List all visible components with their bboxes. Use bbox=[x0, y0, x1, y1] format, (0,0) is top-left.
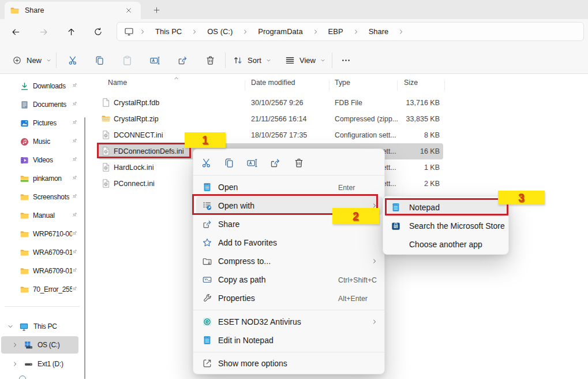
new-button-label: New bbox=[27, 56, 42, 65]
view-icon bbox=[284, 55, 295, 66]
cut-button[interactable] bbox=[62, 50, 84, 71]
pin-icon bbox=[69, 210, 79, 220]
sidebar-item-70-error[interactable]: 70_Error_255 bbox=[2, 280, 83, 299]
share-button[interactable] bbox=[171, 50, 193, 71]
column-header-size[interactable]: Size bbox=[404, 79, 418, 87]
menu-cut-button[interactable] bbox=[196, 153, 217, 173]
sort-button[interactable]: Sort bbox=[230, 50, 276, 71]
folder-green-icon bbox=[20, 174, 29, 184]
column-header-date[interactable]: Date modified bbox=[251, 79, 295, 87]
menu-item-show-more-options[interactable]: Show more options bbox=[196, 354, 383, 373]
network-icon bbox=[19, 376, 26, 379]
menu-item-shortcut: Alt+Enter bbox=[338, 295, 368, 303]
file-row-crystalrpt-zip[interactable]: CrystalRpt.zip 21/11/2566 16:14 Compress… bbox=[94, 111, 463, 127]
new-button[interactable]: New bbox=[8, 50, 57, 71]
delete-button[interactable] bbox=[199, 50, 221, 71]
column-header-type[interactable]: Type bbox=[335, 79, 350, 87]
title-bar: Share bbox=[0, 0, 588, 19]
menu-rename-button[interactable] bbox=[242, 153, 263, 173]
sidebar-item-ext1-d[interactable]: Ext1 (D:) bbox=[2, 355, 83, 373]
submenu-item-choose-another-app[interactable]: Choose another app bbox=[385, 235, 507, 254]
folder-icon bbox=[20, 285, 29, 295]
sidebar-item-pictures[interactable]: Pictures bbox=[2, 114, 83, 132]
breadcrumb-os-c[interactable]: OS (C:) bbox=[201, 25, 239, 38]
refresh-button[interactable] bbox=[89, 23, 107, 41]
breadcrumb-chevron-icon[interactable] bbox=[188, 28, 201, 35]
sidebar-item-videos[interactable]: Videos bbox=[2, 151, 83, 169]
breadcrumb-chevron-icon[interactable] bbox=[309, 28, 322, 35]
file-name: DCONNECT.ini bbox=[114, 131, 163, 139]
chevron-down-icon bbox=[320, 57, 326, 64]
breadcrumb-chevron-icon[interactable] bbox=[136, 28, 149, 35]
annotation-box-3 bbox=[385, 198, 508, 215]
menu-item-compress-to[interactable]: Compress to... bbox=[196, 252, 383, 270]
new-tab-button[interactable] bbox=[148, 3, 164, 17]
sidebar-item-screenshots[interactable]: Screenshots bbox=[2, 188, 83, 206]
view-button[interactable]: View bbox=[282, 50, 331, 71]
sort-button-label: Sort bbox=[248, 56, 261, 65]
menu-item-shortcut: Ctrl+Shift+C bbox=[338, 276, 377, 284]
up-button[interactable] bbox=[62, 23, 80, 41]
paste-button[interactable] bbox=[116, 50, 138, 71]
sidebar-scrollbar[interactable] bbox=[84, 117, 85, 379]
menu-item-add-to-favorites[interactable]: Add to Favorites bbox=[196, 233, 383, 252]
file-row-dconnect-ini[interactable]: DCONNECT.ini 18/10/2567 17:35 Configurat… bbox=[94, 127, 463, 143]
close-icon bbox=[125, 6, 133, 14]
submenu-item-search-microsoft-store[interactable]: Search the Microsoft Store bbox=[385, 217, 507, 235]
sidebar-item-wra6709-b[interactable]: WRA6709-01 bbox=[2, 262, 83, 280]
folder-icon bbox=[20, 229, 29, 239]
file-date: 30/10/2567 9:26 bbox=[251, 99, 303, 107]
sidebar-item-this-pc[interactable]: This PC bbox=[2, 317, 83, 336]
column-separator[interactable] bbox=[397, 80, 398, 91]
share-icon bbox=[202, 219, 212, 229]
eset-icon bbox=[202, 317, 212, 327]
copy-button[interactable] bbox=[88, 50, 110, 71]
downloads-icon bbox=[20, 81, 29, 91]
plus-icon bbox=[152, 6, 161, 14]
breadcrumb-chevron-icon[interactable] bbox=[350, 28, 362, 35]
pin-icon bbox=[69, 173, 79, 183]
this-pc-icon bbox=[19, 322, 29, 332]
sidebar-item-manual[interactable]: Manual bbox=[2, 206, 83, 225]
tab-share[interactable]: Share bbox=[5, 2, 141, 19]
menu-item-copy-as-path[interactable]: Copy as path Ctrl+Shift+C bbox=[196, 270, 383, 289]
sidebar-item-pinkamon[interactable]: pinkamon bbox=[2, 169, 83, 188]
notepad-icon bbox=[202, 335, 212, 345]
sidebar-item-music[interactable]: Music bbox=[2, 132, 83, 151]
breadcrumb-ebp[interactable]: EBP bbox=[322, 25, 350, 38]
column-separator[interactable] bbox=[444, 80, 445, 91]
breadcrumb-chevron-icon[interactable] bbox=[239, 28, 252, 35]
column-header-name[interactable]: Name bbox=[108, 79, 127, 87]
sidebar-item-documents[interactable]: Documents bbox=[2, 95, 83, 114]
back-button[interactable] bbox=[6, 23, 25, 41]
menu-delete-button[interactable] bbox=[289, 153, 309, 173]
sidebar-separator bbox=[5, 306, 80, 307]
menu-separator bbox=[193, 352, 384, 352]
sidebar-item-os-c[interactable]: OS (C:) bbox=[2, 336, 83, 354]
microsoft-store-icon bbox=[391, 221, 401, 231]
menu-item-eset-nod32-antivirus[interactable]: ESET NOD32 Antivirus bbox=[196, 313, 383, 331]
menu-item-properties[interactable]: Properties Alt+Enter bbox=[196, 289, 383, 307]
sidebar-item-downloads[interactable]: Downloads bbox=[2, 77, 83, 95]
forward-button[interactable] bbox=[34, 23, 53, 41]
menu-separator bbox=[193, 175, 384, 176]
menu-item-label: Copy as path bbox=[218, 275, 266, 284]
breadcrumb-this-pc[interactable]: This PC bbox=[149, 25, 188, 38]
menu-item-label: Compress to... bbox=[218, 257, 271, 266]
column-separator[interactable] bbox=[245, 80, 245, 91]
menu-copy-button[interactable] bbox=[219, 153, 239, 173]
sidebar-item-wrp6710[interactable]: WRP6710-00 bbox=[2, 225, 83, 243]
folder-icon bbox=[20, 192, 29, 202]
file-row-crystalrpt-fdb[interactable]: CrystalRpt.fdb 30/10/2567 9:26 FDB File … bbox=[94, 95, 463, 111]
tab-close-button[interactable] bbox=[121, 4, 136, 17]
menu-share-button[interactable] bbox=[265, 153, 286, 173]
menu-item-edit-in-notepad[interactable]: Edit in Notepad bbox=[196, 331, 383, 350]
see-more-button[interactable] bbox=[335, 50, 357, 71]
sidebar-item-wra6709-a[interactable]: WRA6709-01 bbox=[2, 243, 83, 262]
rename-button[interactable] bbox=[144, 50, 166, 71]
column-separator[interactable] bbox=[329, 80, 329, 91]
breadcrumb-share[interactable]: Share bbox=[362, 25, 395, 38]
address-bar[interactable]: This PC OS (C:) ProgramData EBP Share bbox=[117, 22, 584, 41]
breadcrumb-programdata[interactable]: ProgramData bbox=[252, 25, 309, 38]
breadcrumb-chevron-icon[interactable] bbox=[395, 28, 407, 35]
